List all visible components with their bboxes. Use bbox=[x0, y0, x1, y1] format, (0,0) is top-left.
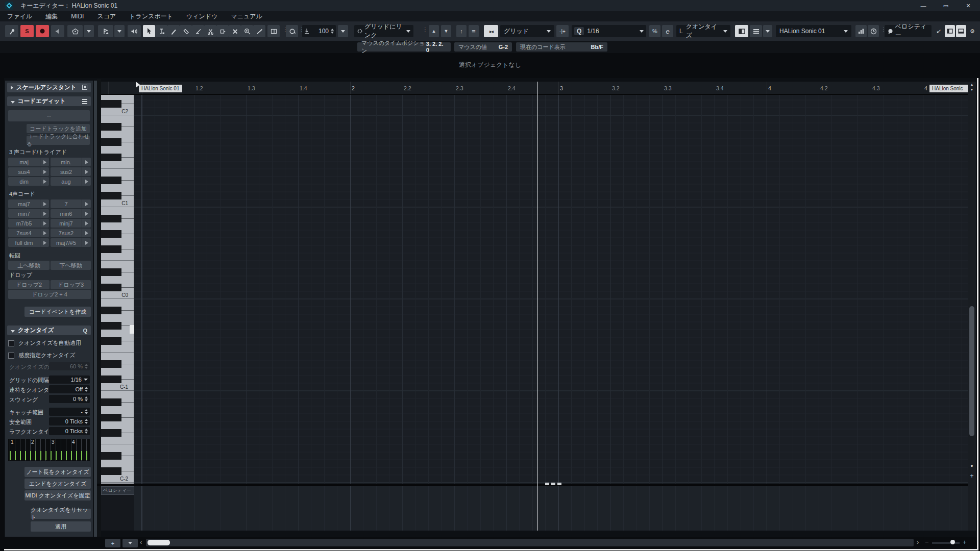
tool-line[interactable] bbox=[253, 25, 265, 37]
chord-apply-arrow[interactable] bbox=[40, 221, 49, 226]
menu-スコア[interactable]: スコア bbox=[97, 12, 116, 21]
quantize-lengths-button[interactable]: ノート長をクオンタイズ bbox=[24, 467, 91, 477]
piano-key-black[interactable] bbox=[101, 398, 121, 406]
rough-quantize-field[interactable]: 0 Ticks bbox=[49, 427, 90, 435]
info-field[interactable]: マウスのタイムポジション3. 2. 2. 0 bbox=[357, 42, 451, 52]
move-down-inversion-button[interactable]: 下へ移動 bbox=[51, 261, 91, 270]
chord-button-min7[interactable]: min7 bbox=[8, 209, 49, 218]
transpose-up-button[interactable]: ↑ bbox=[456, 25, 467, 37]
velocity-lane[interactable] bbox=[134, 486, 968, 531]
grid-link-dropdown[interactable]: グリッドにリンク bbox=[354, 25, 413, 37]
chord-button-sus2[interactable]: sus2 bbox=[51, 167, 91, 176]
move-up-button[interactable]: ▲ bbox=[429, 25, 439, 37]
chord-button-minj7[interactable]: minj7 bbox=[51, 219, 91, 228]
piano-key-black[interactable] bbox=[101, 215, 121, 222]
chord-apply-arrow[interactable] bbox=[82, 231, 91, 235]
checkbox[interactable] bbox=[8, 353, 14, 359]
horizontal-scrollbar-thumb[interactable] bbox=[148, 540, 170, 545]
zoom-in-icon[interactable]: + bbox=[963, 538, 967, 546]
safe-range-field[interactable]: 0 Ticks bbox=[49, 417, 90, 425]
chord-apply-arrow[interactable] bbox=[40, 212, 49, 216]
chord-apply-arrow[interactable] bbox=[40, 241, 49, 245]
chord-apply-arrow[interactable] bbox=[40, 180, 49, 184]
scroll-up-icon[interactable]: ▲ bbox=[968, 83, 976, 86]
setup-gear-icon[interactable]: ⚙ bbox=[968, 25, 977, 37]
piano-key-black[interactable] bbox=[101, 414, 121, 421]
checkbox[interactable] bbox=[8, 340, 14, 346]
piano-key-black[interactable] bbox=[101, 307, 121, 314]
chord-button-min[interactable]: min. bbox=[51, 158, 91, 166]
toolbar-corner-arrow-icon[interactable]: ↙ bbox=[934, 25, 943, 37]
scroll-down-icon[interactable]: ▼ bbox=[968, 88, 976, 91]
auto-scroll-icon[interactable] bbox=[267, 25, 280, 37]
event-colors-dropdown[interactable]: ベロシティー bbox=[885, 25, 932, 37]
chord-apply-arrow[interactable] bbox=[82, 241, 91, 245]
chord-apply-arrow[interactable] bbox=[82, 170, 91, 174]
piano-key-black[interactable] bbox=[101, 452, 121, 460]
piano-key-black[interactable] bbox=[101, 375, 121, 383]
tool-mute[interactable] bbox=[229, 25, 241, 37]
length-adjust-button[interactable]: -|+ bbox=[556, 25, 569, 37]
menu-ファイル[interactable]: ファイル bbox=[7, 12, 32, 21]
iq-mode-checkbox-row[interactable]: 感度指定クオンタイズ bbox=[8, 352, 76, 359]
iterative-quantize-icon[interactable]: % bbox=[649, 25, 660, 37]
drop3-button[interactable]: ドロップ3 bbox=[51, 280, 91, 289]
section-scale-assistant[interactable]: スケールアシスタント bbox=[7, 83, 91, 92]
velocity-stats-icon[interactable] bbox=[855, 25, 867, 37]
section-quantize[interactable]: クオンタイズ Q bbox=[7, 325, 91, 335]
part-selector-dropdown[interactable]: HALion Sonic 01 bbox=[776, 25, 851, 37]
snap-button[interactable]: ▸◂ bbox=[484, 25, 498, 37]
midi-input-dropdown[interactable] bbox=[114, 25, 125, 37]
menu-編集[interactable]: 編集 bbox=[45, 12, 58, 21]
chord-apply-arrow[interactable] bbox=[82, 221, 91, 226]
zoom-out-icon[interactable]: − bbox=[925, 538, 929, 546]
menu-トランスポート[interactable]: トランスポート bbox=[129, 12, 173, 21]
chord-apply-arrow[interactable] bbox=[40, 160, 49, 164]
velocity-lane-label[interactable]: ベロシティー bbox=[101, 486, 134, 495]
section-chord-edit[interactable]: コードエディット bbox=[7, 96, 91, 106]
length-quantize-dropdown[interactable]: L クオンタイズ bbox=[676, 25, 730, 37]
zoom-slider-thumb[interactable] bbox=[950, 540, 955, 544]
part-layers-dropdown[interactable] bbox=[763, 25, 772, 37]
tool-eraser[interactable] bbox=[180, 25, 192, 37]
chord-button-maj[interactable]: maj bbox=[8, 158, 49, 166]
match-chord-track-button[interactable]: コードトラックに合わせる bbox=[27, 136, 90, 145]
chord-button-m7/b5[interactable]: m7/b5 bbox=[8, 219, 49, 228]
chord-button-aug[interactable]: aug bbox=[51, 177, 91, 186]
reset-quantize-button[interactable]: クオンタイズをリセット bbox=[31, 509, 91, 519]
chord-apply-arrow[interactable] bbox=[40, 231, 49, 235]
piano-key-black[interactable] bbox=[101, 123, 121, 131]
piano-key-black[interactable] bbox=[101, 192, 121, 199]
chord-button-fulldim[interactable]: full dim bbox=[8, 238, 49, 247]
scroll-right-icon[interactable]: › bbox=[917, 538, 919, 546]
piano-key-black[interactable] bbox=[101, 230, 121, 238]
chord-button-dim[interactable]: dim bbox=[8, 177, 49, 186]
piano-keyboard[interactable]: C2C1C0C-1C-2 bbox=[101, 95, 134, 485]
quantize-panel-icon[interactable]: e bbox=[662, 25, 673, 37]
info-field[interactable]: マウスの値G-2 bbox=[454, 42, 512, 52]
pin-icon[interactable] bbox=[5, 25, 18, 37]
piano-key-black[interactable] bbox=[101, 337, 121, 345]
create-chord-event-button[interactable]: コードイベントを作成 bbox=[24, 307, 91, 317]
solo-button[interactable]: S bbox=[20, 25, 34, 37]
record-in-editor-button[interactable] bbox=[36, 25, 49, 37]
tool-trim[interactable] bbox=[192, 25, 204, 37]
maximize-button[interactable]: ▭ bbox=[936, 0, 955, 11]
tool-zoom[interactable] bbox=[241, 25, 253, 37]
tool-split-scissors[interactable] bbox=[204, 25, 216, 37]
step-input-icon[interactable] bbox=[67, 25, 83, 37]
quantize-preset-dropdown[interactable]: Q 1/16 bbox=[572, 25, 646, 37]
chord-button-7[interactable]: 7 bbox=[51, 199, 91, 208]
menu-MIDI[interactable]: MIDI bbox=[71, 13, 84, 20]
vertical-scrollbar[interactable]: ▲ ▼ ● + bbox=[968, 82, 976, 531]
step-input-dropdown[interactable] bbox=[84, 25, 94, 37]
independent-loop-icon[interactable] bbox=[286, 25, 298, 37]
piano-key-black[interactable] bbox=[101, 154, 121, 161]
move-up-inversion-button[interactable]: 上へ移動 bbox=[8, 261, 50, 270]
minimize-button[interactable]: — bbox=[914, 0, 933, 11]
piano-key-black[interactable] bbox=[101, 100, 121, 108]
note-grid[interactable] bbox=[134, 95, 968, 485]
scroll-left-icon[interactable]: ‹ bbox=[140, 538, 142, 546]
freeze-midi-quantize-button[interactable]: MIDI クオンタイズを固定 bbox=[24, 490, 91, 500]
tool-glue[interactable] bbox=[216, 25, 229, 37]
